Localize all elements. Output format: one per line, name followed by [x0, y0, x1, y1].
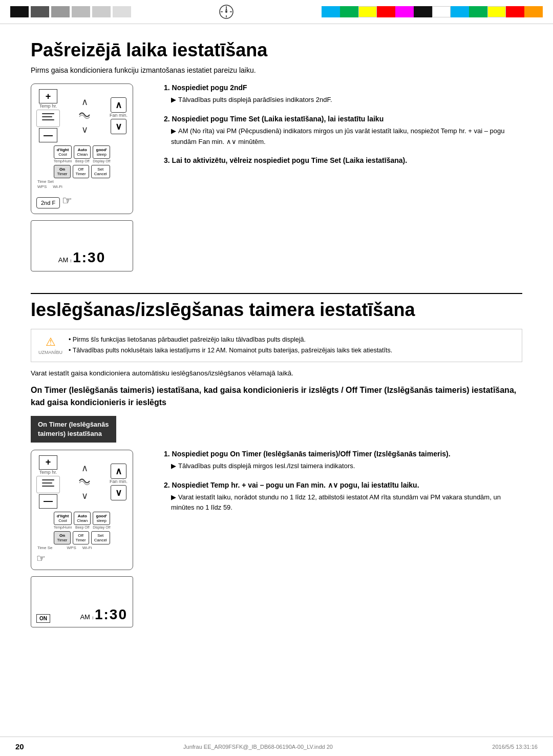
section2-body: + Temp hr. — ∧: [31, 450, 522, 634]
timeset-label-2: Time Se: [37, 545, 53, 550]
set-cancel-btn-2[interactable]: Set Cancel: [91, 531, 110, 544]
section-divider: [31, 293, 522, 294]
swatch-light-gray2: [92, 6, 111, 17]
time-display: AM ⁞ 1:30: [58, 249, 106, 266]
swatch-dark-gray: [31, 6, 49, 17]
wps-wifi-row: WPS Wi-Fi: [36, 184, 127, 189]
on-timer-btn[interactable]: On Timer: [54, 165, 70, 178]
remote-function-btns: d'light Cool Temp/Humi Auto Clean Beep O…: [36, 145, 127, 163]
step1-title: 1. Nospiediet pogu 2ndF: [164, 83, 522, 92]
s2-step1-title: 1. Nospiediet pogu On Timer (Ieslēgšanās…: [164, 450, 522, 458]
warning-label: UZMANĪBU: [38, 350, 62, 355]
on-indicator: ON: [36, 614, 50, 623]
page-content: Pašreizējā laika iestatīšana Pirms gaisa…: [0, 24, 553, 649]
fan-down-btn-2[interactable]: ∨: [111, 485, 126, 500]
fan-label-2: Fan min.: [110, 479, 127, 484]
timer-row-2: On Timer Off Timer Set Cancel: [36, 531, 127, 544]
svg-rect-9: [42, 119, 54, 120]
off-timer-btn[interactable]: Off Timer: [73, 165, 89, 178]
wind-mid-icon: [77, 110, 92, 122]
fan-down-btn[interactable]: ∨: [111, 119, 126, 134]
fan-icon: [36, 110, 60, 127]
on-timer-btn-2[interactable]: On Timer: [54, 531, 70, 544]
swatch-green: [340, 6, 358, 17]
step2-detail: ▶AM (No rīta) vai PM (Pēcpusdienā) indik…: [171, 126, 522, 148]
temp-section: + Temp hr. —: [36, 89, 60, 142]
display-box-1: AM ⁞ 1:30: [31, 220, 133, 271]
warning-line2: • Tālvadības pults noklusētais laika ies…: [69, 345, 392, 356]
wps-label: WPS: [37, 184, 47, 189]
svg-rect-10: [42, 479, 54, 480]
mid-section: ∧ ∨: [77, 96, 92, 135]
temp-label-2: Temp hr.: [39, 470, 57, 475]
s2-step1-detail: ▶Tālvadības pults displejā mirgos Iesl./…: [171, 461, 522, 472]
dlight-cool-btn-2[interactable]: d'light Cool: [54, 512, 72, 525]
displayoff-label-2: Display Off: [93, 526, 110, 529]
remote-top-row: + Temp hr. — ∧: [36, 89, 127, 142]
display-box-2: ON AM ⁞ 1:30: [31, 576, 133, 627]
swatch-black: [10, 6, 29, 17]
on-timer-group: On Timer: [54, 165, 70, 178]
svg-rect-7: [42, 113, 54, 114]
auto-clean-btn[interactable]: Auto Clean: [74, 145, 91, 159]
display-time-2: 1:30: [95, 606, 127, 623]
remote2-top-row: + Temp hr. — ∧: [36, 455, 127, 509]
svg-rect-12: [42, 486, 54, 487]
color-bar: [0, 0, 553, 24]
color-bar-left: [10, 6, 131, 17]
fan-section-2: ∧ Fan min. ∨: [110, 464, 127, 500]
beepoff-label: Beep Off: [74, 159, 91, 163]
fan-label: Fan min.: [110, 113, 127, 118]
step1: 1. Nospiediet pogu 2ndF ▶Tālvadības pult…: [164, 83, 522, 106]
timeset-label: Time Set: [37, 179, 54, 184]
svg-rect-11: [42, 482, 52, 484]
off-timer-group-2: Off Timer: [73, 531, 89, 544]
good-sleep-btn[interactable]: good' sleep: [93, 145, 110, 159]
wifi-label-2: Wi-Fi: [82, 545, 92, 550]
file-info: Junfrau EE_AR09FSFK@_IB_DB68-06190A-00_L…: [183, 744, 333, 750]
hand-icon: ☞: [62, 194, 72, 207]
off-timer-group: Off Timer: [73, 165, 89, 178]
temp-minus-btn[interactable]: —: [39, 128, 57, 142]
temp-minus-btn-2[interactable]: —: [39, 494, 57, 509]
warning-icon-area: ⚠ UZMANĪBU: [38, 334, 62, 355]
dlight-cool-btn[interactable]: d'light Cool: [54, 145, 72, 159]
good-sleep-btn-2[interactable]: good' sleep: [93, 512, 110, 525]
step3: 3. Lai to aktivizētu, vēlreiz nospiediet…: [164, 156, 522, 164]
swatch-lighter-gray: [113, 6, 131, 17]
section2-title: Ieslēgšanas/izslēgšanas taimera iestatīš…: [31, 299, 522, 321]
fan-up-btn-2[interactable]: ∧: [111, 464, 126, 479]
remote-control-box-1: + Temp hr. — ∧: [31, 83, 133, 214]
temp-plus-btn[interactable]: +: [39, 89, 57, 103]
wind-down-icon-2: ∨: [81, 490, 88, 501]
mid-section-2: ∧ ∨: [77, 463, 92, 501]
swatch-magenta: [395, 6, 414, 17]
dlight-cool-group-2: d'light Cool Temp/Humi: [54, 512, 72, 529]
swatch-red2: [506, 6, 524, 17]
remote-control-box-2: + Temp hr. — ∧: [31, 450, 133, 570]
section1-remote-diagram: + Temp hr. — ∧: [31, 83, 143, 278]
warning-text-area: • Pirms šīs funkcijas lietošanas pārbaud…: [69, 334, 392, 356]
fan-up-btn[interactable]: ∧: [111, 97, 126, 113]
swatch-yellow: [358, 6, 377, 17]
auto-clean-group: Auto Clean Beep Off: [74, 145, 91, 163]
auto-clean-btn-2[interactable]: Auto Clean: [74, 512, 91, 525]
s2-step2-detail: ▶Varat iestatīt laiku, norādot stundu no…: [171, 492, 522, 514]
off-timer-btn-2[interactable]: Off Timer: [73, 531, 89, 544]
temphumi-label-2: Temp/Humi: [54, 526, 72, 529]
second-f-label: 2nd F: [41, 200, 55, 206]
svg-marker-6: [225, 7, 227, 11]
s2-step1: 1. Nospiediet pogu On Timer (Ieslēgšanās…: [164, 450, 522, 472]
second-f-btn[interactable]: 2nd F: [36, 197, 60, 208]
time-set-row: Time Set: [36, 179, 127, 184]
temp-plus-btn-2[interactable]: +: [39, 455, 57, 470]
wind-down-icon: ∨: [81, 124, 88, 135]
section2-steps: 1. Nospiediet pogu On Timer (Ieslēgšanās…: [164, 450, 522, 634]
set-cancel-btn[interactable]: Set Cancel: [91, 165, 110, 178]
step2: 2. Nospiediet pogu Time Set (Laika iesta…: [164, 115, 522, 148]
step2-title: 2. Nospiediet pogu Time Set (Laika iesta…: [164, 115, 522, 123]
wind-mid-icon-2: [77, 476, 92, 488]
time-display-2: AM ⁞ 1:30: [80, 606, 127, 623]
fan-section: ∧ Fan min. ∨: [110, 97, 127, 134]
on-timer-group-2: On Timer: [54, 531, 70, 544]
